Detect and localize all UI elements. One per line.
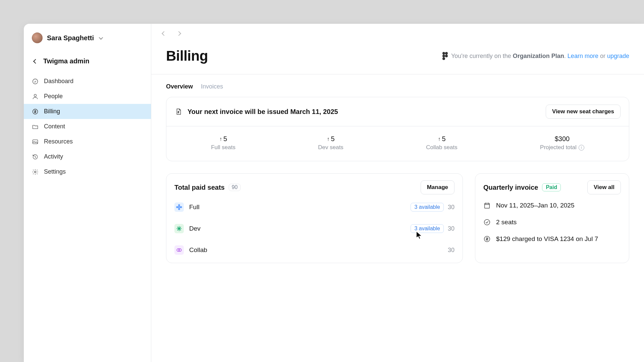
tab-invoices[interactable]: Invoices	[201, 83, 223, 90]
sidebar: Sara Spaghetti Twigma admin Dashboard Pe…	[24, 24, 151, 362]
history-forward-button[interactable]	[173, 27, 185, 40]
quarterly-title: Quarterly invoice	[483, 184, 538, 191]
dev-seat-icon	[174, 224, 184, 233]
stat-projected-total: $300 Projected total i	[540, 135, 584, 151]
avatar	[32, 33, 43, 43]
page-header: Billing You're currently on the Organiza…	[151, 43, 644, 74]
stat-collab-seats: ↑5 Collab seats	[426, 135, 458, 151]
folder-icon	[32, 123, 39, 130]
stats-row: ↑5 Full seats ↑5 Dev seats ↑5 Collab sea…	[166, 126, 629, 161]
dollar-circle-icon	[483, 235, 491, 243]
seats-card-title: Total paid seats	[174, 184, 225, 191]
quarterly-list: Nov 11, 2025–Jan 10, 2025 2 seats	[475, 197, 629, 251]
figma-icon	[442, 52, 448, 60]
svg-point-11	[178, 204, 180, 206]
nav-label: Content	[44, 123, 65, 130]
quarterly-charge: $129 charged to VISA 1234 on Jul 7	[483, 235, 621, 243]
gauge-icon	[32, 78, 39, 85]
person-icon	[32, 93, 39, 100]
manage-seats-button[interactable]: Manage	[421, 180, 454, 194]
available-badge[interactable]: 3 available	[411, 203, 444, 212]
check-circle-icon	[483, 219, 491, 226]
quarterly-date-range: Nov 11, 2025–Jan 10, 2025	[483, 202, 621, 209]
seats-total-badge: 90	[229, 184, 241, 191]
seat-name: Full	[189, 203, 200, 211]
collab-seat-icon	[174, 245, 184, 255]
seat-name: Dev	[189, 225, 201, 232]
svg-point-10	[178, 206, 180, 208]
history-icon	[32, 154, 39, 160]
content: Your next invoice will be issued March 1…	[151, 97, 644, 362]
svg-point-5	[442, 52, 445, 55]
learn-more-link[interactable]: Learn more	[568, 53, 598, 59]
sidebar-item-billing[interactable]: Billing	[24, 104, 151, 119]
svg-point-9	[442, 57, 445, 60]
history-back-button[interactable]	[158, 27, 170, 40]
plan-text: You're currently on the Organization Pla…	[451, 53, 629, 60]
upgrade-link[interactable]: upgrade	[607, 53, 629, 59]
sidebar-item-activity[interactable]: Activity	[24, 149, 151, 164]
nav-list: Dashboard People Billing Content	[24, 74, 151, 179]
seat-list: Full 3 available 30	[166, 197, 463, 263]
svg-point-7	[442, 55, 445, 57]
arrow-up-icon: ↑	[327, 136, 330, 142]
svg-point-14	[180, 206, 182, 208]
app-frame: Sara Spaghetti Twigma admin Dashboard Pe…	[24, 24, 644, 362]
seat-name: Collab	[189, 246, 207, 254]
full-seat-icon	[174, 202, 184, 212]
user-name: Sara Spaghetti	[47, 34, 94, 42]
sidebar-item-dashboard[interactable]: Dashboard	[24, 74, 151, 89]
svg-rect-3	[33, 140, 38, 144]
next-invoice-card: Your next invoice will be issued March 1…	[166, 97, 629, 161]
seat-count: 30	[448, 204, 454, 211]
chevron-left-icon	[162, 31, 166, 36]
sidebar-item-settings[interactable]: Settings	[24, 164, 151, 179]
nav-label: Dashboard	[44, 78, 73, 85]
image-icon	[32, 138, 39, 145]
seat-row-dev: Dev 3 available 30	[174, 224, 454, 233]
nav-label: Resources	[44, 138, 73, 145]
topbar	[151, 24, 644, 43]
svg-point-12	[178, 208, 180, 210]
svg-point-1	[34, 94, 37, 97]
admin-header: Twigma admin	[24, 49, 151, 70]
arrow-up-icon: ↑	[438, 136, 440, 142]
svg-point-6	[445, 52, 448, 55]
total-paid-seats-card: Total paid seats 90 Manage Full	[166, 173, 463, 263]
back-icon[interactable]	[33, 59, 38, 63]
view-new-seat-charges-button[interactable]: View new seat charges	[546, 105, 621, 119]
nav-label: People	[44, 93, 63, 100]
dollar-circle-icon	[32, 108, 39, 115]
user-switcher[interactable]: Sara Spaghetti	[24, 26, 151, 49]
quarterly-invoice-card: Quarterly invoice Paid View all Nov 11, …	[475, 173, 629, 263]
status-badge: Paid	[542, 183, 561, 191]
available-badge[interactable]: 3 available	[411, 224, 444, 233]
calendar-icon	[483, 202, 491, 209]
admin-title: Twigma admin	[43, 57, 89, 65]
sidebar-item-people[interactable]: People	[24, 89, 151, 104]
chevron-down-icon	[99, 35, 103, 40]
svg-point-4	[35, 171, 36, 173]
sidebar-item-resources[interactable]: Resources	[24, 134, 151, 149]
arrow-up-icon: ↑	[219, 136, 222, 142]
nav-label: Billing	[44, 108, 60, 115]
svg-point-0	[33, 79, 38, 84]
nav-label: Settings	[44, 168, 66, 175]
seat-row-full: Full 3 available 30	[174, 202, 454, 212]
view-all-invoices-button[interactable]: View all	[587, 180, 621, 194]
seat-row-collab: Collab 30	[174, 245, 454, 255]
tabs: Overview Invoices	[151, 74, 644, 97]
info-icon[interactable]: i	[579, 145, 584, 150]
seat-count: 30	[448, 225, 454, 232]
invoice-document-icon	[175, 108, 182, 115]
tab-overview[interactable]: Overview	[166, 83, 193, 90]
seat-count: 30	[448, 247, 454, 254]
quarterly-seats: 2 seats	[483, 219, 621, 226]
plan-banner: You're currently on the Organization Pla…	[442, 52, 629, 60]
cards-row: Total paid seats 90 Manage Full	[166, 173, 629, 263]
gear-icon	[32, 169, 39, 175]
stat-dev-seats: ↑5 Dev seats	[318, 135, 343, 151]
sidebar-item-content[interactable]: Content	[24, 119, 151, 134]
svg-point-18	[484, 220, 490, 225]
next-invoice-title: Your next invoice will be issued March 1…	[187, 108, 338, 116]
